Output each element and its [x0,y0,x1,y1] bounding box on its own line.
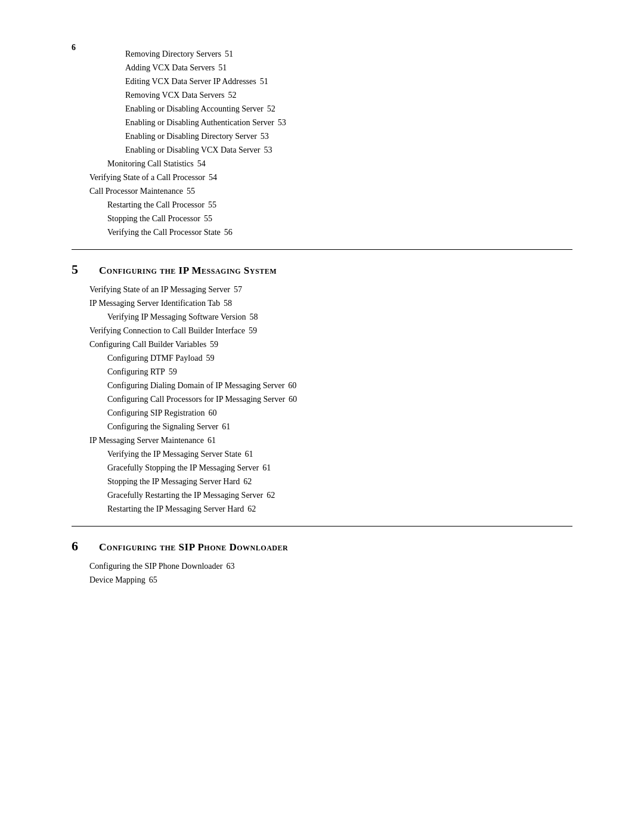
entry-text: Configuring DTMF Payload [107,352,202,364]
entry-text: Removing VCX Data Servers [125,89,225,101]
entry-text: Gracefully Restarting the IP Messaging S… [107,489,263,501]
entry-page: 56 [224,226,233,239]
list-item: Stopping the IP Messaging Server Hard 62 [72,475,572,488]
entry-text: IP Messaging Server Identification Tab [89,297,220,309]
list-item: Verifying the IP Messaging Server State … [72,448,572,460]
entry-page: 54 [209,171,217,184]
entry-page: 51 [218,61,227,74]
entry-page: 61 [245,448,253,460]
list-item: Editing VCX Data Server IP Addresses 51 [72,75,572,88]
entry-text: Enabling or Disabling Authentication Ser… [125,116,274,129]
list-item: Adding VCX Data Servers 51 [72,61,572,74]
entry-page: 59 [210,338,218,351]
entry-page: 59 [169,366,177,378]
chapter-6-divider [72,526,572,527]
entry-page: 51 [225,48,233,60]
entry-text: Removing Directory Servers [125,48,221,60]
toc-preamble: Removing Directory Servers 51 Adding VCX… [72,48,572,239]
entry-text: IP Messaging Server Maintenance [89,434,204,447]
entry-text: Monitoring Call Statistics [107,157,194,170]
entry-text: Enabling or Disabling VCX Data Server [125,144,260,156]
list-item: Enabling or Disabling VCX Data Server 53 [72,144,572,156]
entry-page: 58 [224,297,232,309]
entry-page: 58 [250,311,258,323]
entry-page: 62 [243,475,252,488]
list-item: Removing Directory Servers 51 [72,48,572,60]
entry-text: Verifying Connection to Call Builder Int… [89,324,245,337]
list-item: Enabling or Disabling Directory Server 5… [72,130,572,143]
chapter-6-entries: Configuring the SIP Phone Downloader 63 … [72,560,572,586]
page: 6 Removing Directory Servers 51 Adding V… [0,0,644,833]
chapter-5-section: 5 Configuring the IP Messaging System Ve… [72,262,572,515]
entry-text: Call Processor Maintenance [89,185,183,197]
entry-text: Verifying State of a Call Processor [89,171,205,184]
chapter-6-section: 6 Configuring the SIP Phone Downloader C… [72,538,572,586]
entry-text: Enabling or Disabling Accounting Server [125,103,264,115]
entry-text: Restarting the IP Messaging Server Hard [107,503,244,515]
chapter-6-header: 6 Configuring the SIP Phone Downloader [72,538,572,554]
entry-page: 55 [208,199,216,211]
list-item: Configuring Call Builder Variables 59 [72,338,572,351]
entry-page: 61 [208,434,216,447]
entry-text: Stopping the IP Messaging Server Hard [107,475,240,488]
chapter-5-divider [72,249,572,250]
list-item: Restarting the Call Processor 55 [72,199,572,211]
entry-text: Configuring Call Processors for IP Messa… [107,393,285,405]
chapter-5-header: 5 Configuring the IP Messaging System [72,262,572,277]
entry-text: Restarting the Call Processor [107,199,205,211]
list-item: Verifying IP Messaging Software Version … [72,311,572,323]
entry-text: Configuring Call Builder Variables [89,338,206,351]
list-item: Verifying Connection to Call Builder Int… [72,324,572,337]
chapter-5-entries: Verifying State of an IP Messaging Serve… [72,283,572,515]
list-item: Configuring SIP Registration 60 [72,407,572,419]
list-item: Restarting the IP Messaging Server Hard … [72,503,572,515]
list-item: Configuring Call Processors for IP Messa… [72,393,572,405]
list-item: Call Processor Maintenance 55 [72,185,572,197]
entry-page: 62 [267,489,275,501]
entry-text: Verifying the Call Processor State [107,226,221,239]
list-item: Configuring Dialing Domain of IP Messagi… [72,379,572,392]
chapter-6-title: Configuring the SIP Phone Downloader [99,541,288,553]
chapter-6-number: 6 [72,538,88,554]
entry-page: 59 [249,324,257,337]
list-item: Device Mapping 65 [72,574,572,586]
list-item: Enabling or Disabling Accounting Server … [72,103,572,115]
list-item: IP Messaging Server Identification Tab 5… [72,297,572,309]
entry-page: 63 [226,560,234,572]
list-item: Verifying State of a Call Processor 54 [72,171,572,184]
entry-text: Verifying the IP Messaging Server State [107,448,242,460]
list-item: Configuring the SIP Phone Downloader 63 [72,560,572,572]
entry-page: 51 [260,75,268,88]
page-number: 6 [72,43,76,52]
entry-text: Configuring the Signaling Server [107,420,218,433]
entry-text: Device Mapping [89,574,145,586]
chapter-5-number: 5 [72,262,88,277]
entry-page: 60 [288,379,296,392]
entry-text: Configuring SIP Registration [107,407,205,419]
entry-page: 55 [204,212,212,225]
entry-text: Gracefully Stopping the IP Messaging Ser… [107,462,259,474]
entry-page: 55 [187,185,195,197]
entry-page: 62 [247,503,256,515]
list-item: Removing VCX Data Servers 52 [72,89,572,101]
list-item: Configuring the Signaling Server 61 [72,420,572,433]
list-item: Enabling or Disabling Authentication Ser… [72,116,572,129]
list-item: Gracefully Stopping the IP Messaging Ser… [72,462,572,474]
entry-page: 60 [289,393,297,405]
list-item: Stopping the Call Processor 55 [72,212,572,225]
list-item: Configuring DTMF Payload 59 [72,352,572,364]
entry-page: 59 [206,352,214,364]
entry-text: Enabling or Disabling Directory Server [125,130,257,143]
list-item: Verifying State of an IP Messaging Serve… [72,283,572,296]
entry-page: 65 [149,574,157,586]
list-item: Monitoring Call Statistics 54 [72,157,572,170]
entry-text: Configuring Dialing Domain of IP Messagi… [107,379,284,392]
entry-page: 61 [222,420,230,433]
entry-text: Adding VCX Data Servers [125,61,215,74]
entry-page: 53 [264,144,272,156]
list-item: Gracefully Restarting the IP Messaging S… [72,489,572,501]
entry-page: 52 [228,89,237,101]
list-item: IP Messaging Server Maintenance 61 [72,434,572,447]
list-item: Verifying the Call Processor State 56 [72,226,572,239]
entry-page: 61 [262,462,271,474]
